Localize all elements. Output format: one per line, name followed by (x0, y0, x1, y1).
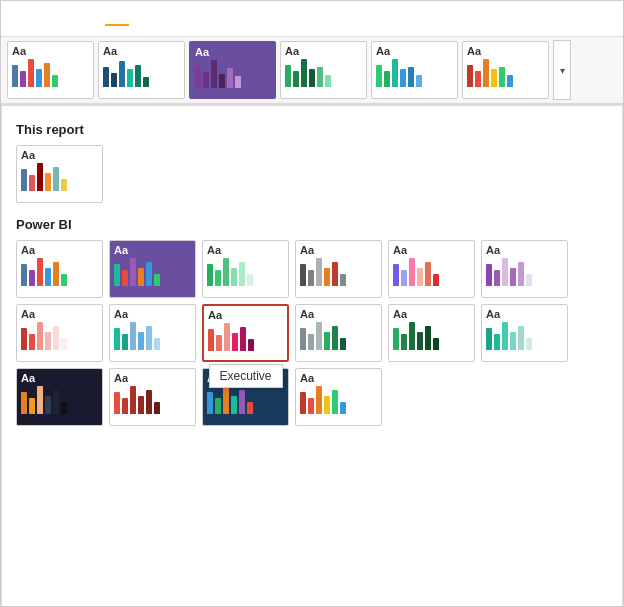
bar (227, 68, 233, 88)
bar (21, 264, 27, 286)
bar (52, 75, 58, 87)
theme-card-p3[interactable]: Aa (202, 240, 289, 298)
bar (21, 392, 27, 414)
bar-chart (486, 258, 563, 286)
bar (408, 67, 414, 87)
bar (154, 402, 160, 414)
bar (483, 59, 489, 87)
bar (416, 75, 422, 87)
bar (215, 270, 221, 286)
bar (400, 69, 406, 87)
bar-chart (300, 322, 377, 350)
theme-card-p9[interactable]: AaExecutive (202, 304, 289, 362)
aa-label: Aa (114, 308, 191, 320)
menu-modeling[interactable] (81, 13, 105, 25)
bar (293, 71, 299, 87)
bar (300, 392, 306, 414)
aa-label: Aa (114, 372, 191, 384)
bar (223, 258, 229, 286)
bar (111, 73, 117, 87)
bar (499, 67, 505, 87)
aa-label: Aa (486, 244, 563, 256)
bar-chart (376, 59, 453, 87)
bar (21, 169, 27, 191)
aa-label: Aa (12, 45, 89, 57)
bar (433, 274, 439, 286)
theme-bar-card-tb3[interactable]: Aa (189, 41, 276, 99)
bar (235, 76, 241, 88)
bar (308, 270, 314, 286)
bar (308, 398, 314, 414)
bar (502, 258, 508, 286)
bar (195, 66, 201, 88)
theme-card-p16[interactable]: Aa (295, 368, 382, 426)
menu-view[interactable] (105, 12, 129, 26)
menu-file[interactable] (9, 13, 33, 25)
bar (127, 69, 133, 87)
theme-card-p2[interactable]: Aa (109, 240, 196, 298)
bar (409, 322, 415, 350)
theme-card-p4[interactable]: Aa (295, 240, 382, 298)
theme-card-p13[interactable]: Aa (16, 368, 103, 426)
bar (401, 334, 407, 350)
bar (316, 386, 322, 414)
bar (510, 268, 516, 286)
bar (393, 328, 399, 350)
bar (247, 402, 253, 414)
bar-chart (285, 59, 362, 87)
menu-home[interactable] (33, 13, 57, 25)
menu-format[interactable] (153, 13, 177, 25)
theme-card-p1[interactable]: Aa (16, 240, 103, 298)
theme-card-r1[interactable]: Aa (16, 145, 103, 203)
bar (494, 270, 500, 286)
bar (28, 59, 34, 87)
bar (208, 329, 214, 351)
aa-label: Aa (21, 149, 98, 161)
theme-bar-card-tb4[interactable]: Aa (280, 41, 367, 99)
bar (425, 326, 431, 350)
theme-bar-card-tb6[interactable]: Aa (462, 41, 549, 99)
theme-card-p7[interactable]: Aa (16, 304, 103, 362)
bar (425, 262, 431, 286)
theme-bar-card-tb2[interactable]: Aa (98, 41, 185, 99)
theme-card-p12[interactable]: Aa (481, 304, 568, 362)
bar (467, 65, 473, 87)
bar-chart (21, 258, 98, 286)
bar (122, 398, 128, 414)
bar (61, 274, 67, 286)
bar (122, 270, 128, 286)
section-label-1: Power BI (16, 217, 608, 232)
theme-bar-card-tb1[interactable]: Aa (7, 41, 94, 99)
bar (114, 328, 120, 350)
bar (518, 262, 524, 286)
gallery-chevron-button[interactable]: ▾ (553, 40, 571, 100)
bar (216, 335, 222, 351)
bar (207, 264, 213, 286)
aa-label: Aa (300, 372, 377, 384)
theme-card-p14[interactable]: Aa (109, 368, 196, 426)
bar (340, 338, 346, 350)
theme-bar-card-tb5[interactable]: Aa (371, 41, 458, 99)
bar (37, 163, 43, 191)
bar (317, 67, 323, 87)
aa-label: Aa (376, 45, 453, 57)
bar (223, 386, 229, 414)
aa-label: Aa (486, 308, 563, 320)
bar (409, 258, 415, 286)
bar (332, 262, 338, 286)
bar-chart (21, 163, 98, 191)
menu-help[interactable] (129, 13, 153, 25)
theme-card-p8[interactable]: Aa (109, 304, 196, 362)
section-label-0: This report (16, 122, 608, 137)
menu-insert[interactable] (57, 13, 81, 25)
theme-card-p6[interactable]: Aa (481, 240, 568, 298)
theme-card-p5[interactable]: Aa (388, 240, 475, 298)
bar (392, 59, 398, 87)
theme-card-p10[interactable]: Aa (295, 304, 382, 362)
bar (340, 402, 346, 414)
bar (135, 65, 141, 87)
bar (475, 71, 481, 87)
bar (114, 392, 120, 414)
bar (324, 396, 330, 414)
theme-card-p11[interactable]: Aa (388, 304, 475, 362)
